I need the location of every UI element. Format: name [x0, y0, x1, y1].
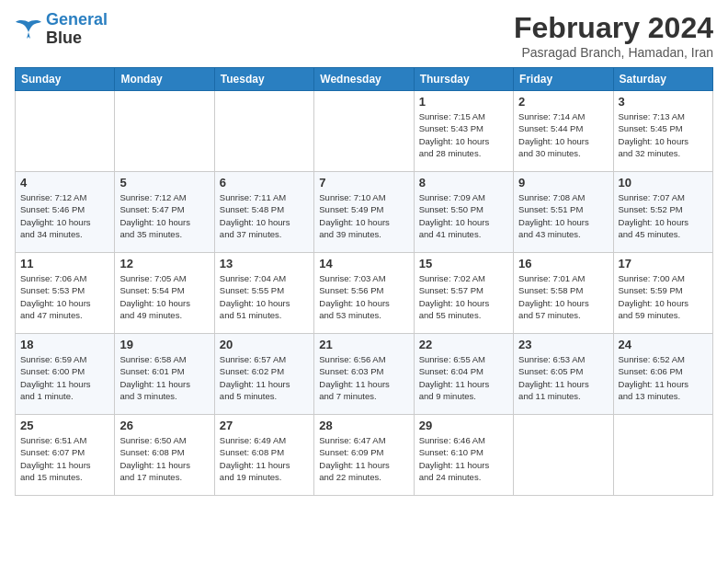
calendar-cell: 24Sunrise: 6:52 AM Sunset: 6:06 PM Dayli… [613, 334, 712, 415]
day-number: 2 [518, 95, 608, 109]
day-info: Sunrise: 7:02 AM Sunset: 5:57 PM Dayligh… [419, 272, 508, 321]
calendar-cell: 1Sunrise: 7:15 AM Sunset: 5:43 PM Daylig… [414, 91, 513, 172]
calendar-cell [214, 91, 313, 172]
calendar-week-row: 25Sunrise: 6:51 AM Sunset: 6:07 PM Dayli… [16, 415, 713, 496]
day-number: 23 [518, 338, 608, 351]
day-info: Sunrise: 7:00 AM Sunset: 5:59 PM Dayligh… [619, 272, 708, 321]
day-info: Sunrise: 6:49 AM Sunset: 6:08 PM Dayligh… [220, 434, 309, 483]
calendar-table: SundayMondayTuesdayWednesdayThursdayFrid… [15, 67, 713, 496]
day-info: Sunrise: 7:09 AM Sunset: 5:50 PM Dayligh… [419, 191, 508, 240]
day-info: Sunrise: 6:52 AM Sunset: 6:06 PM Dayligh… [619, 353, 708, 402]
day-number: 6 [220, 176, 309, 190]
day-number: 10 [619, 176, 708, 190]
day-number: 21 [319, 338, 408, 351]
calendar-cell: 11Sunrise: 7:06 AM Sunset: 5:53 PM Dayli… [16, 253, 115, 334]
day-info: Sunrise: 7:06 AM Sunset: 5:53 PM Dayligh… [20, 272, 109, 321]
calendar-week-row: 11Sunrise: 7:06 AM Sunset: 5:53 PM Dayli… [16, 253, 713, 334]
logo-line2: Blue [46, 29, 108, 48]
day-info: Sunrise: 7:01 AM Sunset: 5:58 PM Dayligh… [518, 272, 608, 321]
day-info: Sunrise: 7:12 AM Sunset: 5:47 PM Dayligh… [119, 191, 209, 240]
day-info: Sunrise: 7:04 AM Sunset: 5:55 PM Dayligh… [220, 272, 309, 321]
day-number: 20 [220, 338, 309, 351]
calendar-cell [115, 91, 214, 172]
calendar-cell: 18Sunrise: 6:59 AM Sunset: 6:00 PM Dayli… [16, 334, 115, 415]
weekday-header: Sunday [16, 68, 115, 91]
weekday-header: Saturday [613, 68, 712, 91]
calendar-cell: 8Sunrise: 7:09 AM Sunset: 5:50 PM Daylig… [414, 172, 513, 253]
calendar-cell [514, 415, 613, 496]
calendar-cell: 13Sunrise: 7:04 AM Sunset: 5:55 PM Dayli… [214, 253, 313, 334]
calendar-week-row: 18Sunrise: 6:59 AM Sunset: 6:00 PM Dayli… [16, 334, 713, 415]
calendar-cell: 16Sunrise: 7:01 AM Sunset: 5:58 PM Dayli… [514, 253, 613, 334]
day-info: Sunrise: 6:58 AM Sunset: 6:01 PM Dayligh… [119, 353, 209, 402]
day-number: 19 [119, 338, 209, 351]
day-number: 11 [20, 257, 109, 270]
day-info: Sunrise: 7:13 AM Sunset: 5:45 PM Dayligh… [619, 110, 708, 159]
calendar-cell: 17Sunrise: 7:00 AM Sunset: 5:59 PM Dayli… [613, 253, 712, 334]
calendar-cell [16, 91, 115, 172]
day-number: 17 [619, 257, 708, 270]
day-number: 4 [20, 176, 109, 190]
calendar-cell [613, 415, 712, 496]
day-info: Sunrise: 7:08 AM Sunset: 5:51 PM Dayligh… [518, 191, 608, 240]
calendar-cell: 6Sunrise: 7:11 AM Sunset: 5:48 PM Daylig… [214, 172, 313, 253]
calendar-cell: 26Sunrise: 6:50 AM Sunset: 6:08 PM Dayli… [115, 415, 214, 496]
day-info: Sunrise: 6:59 AM Sunset: 6:00 PM Dayligh… [20, 353, 109, 402]
day-number: 13 [220, 257, 309, 270]
calendar-cell: 2Sunrise: 7:14 AM Sunset: 5:44 PM Daylig… [514, 91, 613, 172]
calendar-cell: 4Sunrise: 7:12 AM Sunset: 5:46 PM Daylig… [16, 172, 115, 253]
day-info: Sunrise: 7:10 AM Sunset: 5:49 PM Dayligh… [319, 191, 408, 240]
weekday-header: Thursday [414, 68, 513, 91]
day-number: 1 [419, 95, 508, 109]
location-subtitle: Pasragad Branch, Hamadan, Iran [514, 45, 713, 60]
calendar-cell: 22Sunrise: 6:55 AM Sunset: 6:04 PM Dayli… [414, 334, 513, 415]
day-number: 12 [119, 257, 209, 270]
calendar-cell: 12Sunrise: 7:05 AM Sunset: 5:54 PM Dayli… [115, 253, 214, 334]
title-block: February 2024 Pasragad Branch, Hamadan, … [514, 11, 713, 60]
day-number: 28 [319, 419, 408, 432]
calendar-cell: 23Sunrise: 6:53 AM Sunset: 6:05 PM Dayli… [514, 334, 613, 415]
day-info: Sunrise: 6:57 AM Sunset: 6:02 PM Dayligh… [220, 353, 309, 402]
day-info: Sunrise: 7:03 AM Sunset: 5:56 PM Dayligh… [319, 272, 408, 321]
logo: General Blue [15, 11, 108, 48]
day-info: Sunrise: 7:07 AM Sunset: 5:52 PM Dayligh… [619, 191, 708, 240]
calendar-cell: 9Sunrise: 7:08 AM Sunset: 5:51 PM Daylig… [514, 172, 613, 253]
day-number: 18 [20, 338, 109, 351]
day-info: Sunrise: 7:11 AM Sunset: 5:48 PM Dayligh… [220, 191, 309, 240]
day-number: 8 [419, 176, 508, 190]
calendar-cell: 19Sunrise: 6:58 AM Sunset: 6:01 PM Dayli… [115, 334, 214, 415]
day-info: Sunrise: 6:46 AM Sunset: 6:10 PM Dayligh… [419, 434, 508, 483]
day-number: 22 [419, 338, 508, 351]
calendar-cell: 10Sunrise: 7:07 AM Sunset: 5:52 PM Dayli… [613, 172, 712, 253]
day-number: 26 [119, 419, 209, 432]
header: General Blue February 2024 Pasragad Bran… [15, 11, 713, 60]
day-info: Sunrise: 6:50 AM Sunset: 6:08 PM Dayligh… [119, 434, 209, 483]
logo-icon [15, 18, 42, 40]
day-info: Sunrise: 7:12 AM Sunset: 5:46 PM Dayligh… [20, 191, 109, 240]
weekday-header-row: SundayMondayTuesdayWednesdayThursdayFrid… [16, 68, 713, 91]
weekday-header: Friday [514, 68, 613, 91]
day-number: 15 [419, 257, 508, 270]
day-number: 27 [220, 419, 309, 432]
day-number: 14 [319, 257, 408, 270]
day-info: Sunrise: 6:53 AM Sunset: 6:05 PM Dayligh… [518, 353, 608, 402]
calendar-week-row: 4Sunrise: 7:12 AM Sunset: 5:46 PM Daylig… [16, 172, 713, 253]
day-number: 5 [119, 176, 209, 190]
day-number: 7 [319, 176, 408, 190]
day-number: 3 [619, 95, 708, 109]
day-number: 16 [518, 257, 608, 270]
day-number: 25 [20, 419, 109, 432]
calendar-cell: 29Sunrise: 6:46 AM Sunset: 6:10 PM Dayli… [414, 415, 513, 496]
month-title: February 2024 [514, 11, 713, 45]
calendar-cell: 21Sunrise: 6:56 AM Sunset: 6:03 PM Dayli… [314, 334, 414, 415]
day-info: Sunrise: 6:56 AM Sunset: 6:03 PM Dayligh… [319, 353, 408, 402]
calendar-cell: 28Sunrise: 6:47 AM Sunset: 6:09 PM Dayli… [314, 415, 414, 496]
calendar-cell [314, 91, 414, 172]
day-number: 9 [518, 176, 608, 190]
calendar-cell: 15Sunrise: 7:02 AM Sunset: 5:57 PM Dayli… [414, 253, 513, 334]
weekday-header: Wednesday [314, 68, 414, 91]
calendar-cell: 20Sunrise: 6:57 AM Sunset: 6:02 PM Dayli… [214, 334, 313, 415]
day-info: Sunrise: 7:14 AM Sunset: 5:44 PM Dayligh… [518, 110, 608, 159]
calendar-cell: 3Sunrise: 7:13 AM Sunset: 5:45 PM Daylig… [613, 91, 712, 172]
calendar-cell: 14Sunrise: 7:03 AM Sunset: 5:56 PM Dayli… [314, 253, 414, 334]
